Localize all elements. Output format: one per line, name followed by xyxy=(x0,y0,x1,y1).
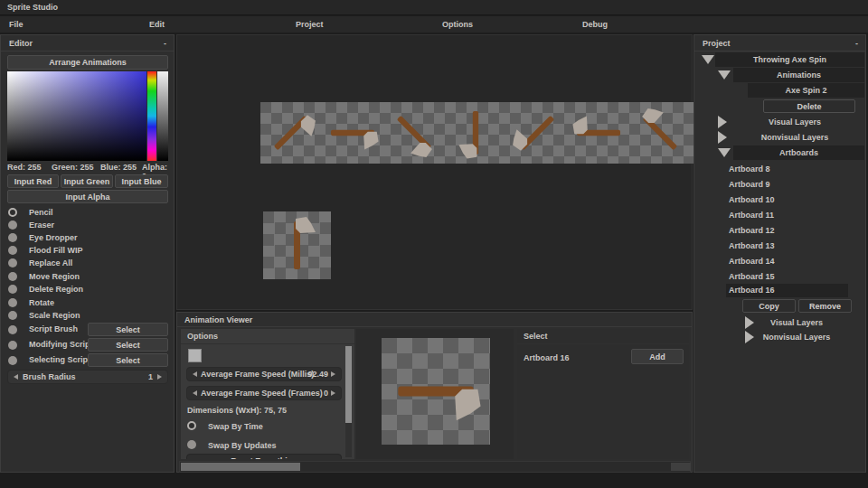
expand-triangle-icon[interactable] xyxy=(718,148,731,157)
axe-frame-1[interactable] xyxy=(260,102,322,164)
modifying-script-brush-select-button[interactable]: Select xyxy=(88,338,168,352)
menu-edit[interactable]: Edit xyxy=(149,16,165,33)
artboard-item-14[interactable]: Artboard 14 xyxy=(729,255,775,268)
nonvisual-layers-label[interactable]: Nonvisual Layers xyxy=(733,130,856,145)
tool-eraser[interactable]: Eraser xyxy=(8,220,166,230)
radio-icon[interactable] xyxy=(8,233,17,242)
axe-frame-3[interactable] xyxy=(383,102,445,164)
tool-selecting-script-brush[interactable]: Selecting Script Brush Select xyxy=(8,354,166,365)
tool-move-region[interactable]: Move Region xyxy=(8,271,166,282)
radio-icon[interactable] xyxy=(8,208,17,217)
axe-frame-4[interactable] xyxy=(445,102,506,164)
tree-node-root[interactable]: Throwing Axe Spin xyxy=(694,52,865,68)
radio-icon[interactable] xyxy=(187,440,196,449)
radio-icon[interactable] xyxy=(8,356,17,365)
tool-modifying-script-brush[interactable]: Modifying Script Brush Select xyxy=(8,339,166,350)
input-green-button[interactable]: Input Green xyxy=(61,174,113,188)
tree-node-artboards[interactable]: Artboards xyxy=(694,145,865,161)
radio-icon[interactable] xyxy=(8,311,17,320)
scrollbar-corner[interactable] xyxy=(671,463,691,471)
options-scrollbar-thumb[interactable] xyxy=(345,346,352,423)
tree-node-artboard-visual-layers[interactable]: Visual Layers xyxy=(694,315,865,330)
remove-artboard-button[interactable]: Remove xyxy=(798,299,852,313)
axe-frame-5[interactable] xyxy=(506,102,568,164)
tree-node-nonvisual-layers[interactable]: Nonvisual Layers xyxy=(694,130,865,145)
artboard-visual-layers-label[interactable]: Visual Layers xyxy=(750,315,843,330)
tool-scale-region[interactable]: Scale Region xyxy=(8,310,166,321)
artboard-item-13[interactable]: Artboard 13 xyxy=(729,239,775,253)
arrange-animations-button[interactable]: Arrange Animations xyxy=(7,55,168,70)
menu-debug[interactable]: Debug xyxy=(582,16,608,33)
copy-artboard-button[interactable]: Copy xyxy=(742,299,796,313)
artboards-label[interactable]: Artboards xyxy=(733,145,864,160)
animation-name-label[interactable]: Axe Spin 2 xyxy=(748,83,864,98)
swap-by-time-radio[interactable]: Swap By Time xyxy=(187,421,341,432)
increment-arrow-icon[interactable] xyxy=(157,374,162,380)
tree-root-label[interactable]: Throwing Axe Spin xyxy=(715,52,864,67)
tree-node-animations[interactable]: Animations xyxy=(694,68,865,83)
radio-icon[interactable] xyxy=(8,325,17,334)
frame-speed-millis-stepper[interactable]: Average Frame Speed (Millis) 92.49 xyxy=(186,367,342,381)
artboard-item-12[interactable]: Artboard 12 xyxy=(729,224,775,238)
collapsed-triangle-icon[interactable] xyxy=(718,116,727,128)
menu-options[interactable]: Options xyxy=(442,16,473,33)
swap-by-updates-radio[interactable]: Swap By Updates xyxy=(187,440,341,451)
input-red-button[interactable]: Input Red xyxy=(7,174,59,188)
reset-everything-button[interactable]: Reset Everything xyxy=(186,454,342,459)
script-brush-select-button[interactable]: Select xyxy=(88,323,168,336)
radio-icon[interactable] xyxy=(8,298,17,307)
artboard-item-8[interactable]: Artboard 8 xyxy=(729,163,770,176)
add-button[interactable]: Add xyxy=(631,349,684,364)
tool-flood-fill[interactable]: Flood Fill WIP xyxy=(8,245,166,256)
radio-icon[interactable] xyxy=(8,258,17,267)
expand-triangle-icon[interactable] xyxy=(718,70,731,80)
increment-arrow-icon[interactable] xyxy=(331,371,335,377)
tool-script-brush[interactable]: Script Brush Select xyxy=(8,324,166,334)
increment-arrow-icon[interactable] xyxy=(331,390,335,396)
tree-node-artboard-nonvisual-layers[interactable]: Nonvisual Layers xyxy=(694,330,865,344)
collapsed-triangle-icon[interactable] xyxy=(718,131,727,144)
menu-file[interactable]: File xyxy=(9,16,24,33)
radio-icon[interactable] xyxy=(8,341,17,350)
radio-icon[interactable] xyxy=(8,221,17,230)
menu-project[interactable]: Project xyxy=(296,16,324,33)
artboard-nonvisual-layers-label[interactable]: Nonvisual Layers xyxy=(750,330,843,344)
input-alpha-button[interactable]: Input Alpha xyxy=(7,190,168,203)
tool-pencil[interactable]: Pencil xyxy=(8,207,166,218)
axe-frame-6[interactable] xyxy=(568,102,629,164)
tree-node-animation-item[interactable]: Axe Spin 2 xyxy=(694,83,865,99)
tool-delete-region[interactable]: Delete Region xyxy=(8,284,166,295)
axe-frame-2[interactable] xyxy=(322,102,383,164)
tool-eye-dropper[interactable]: Eye Dropper xyxy=(8,232,166,243)
brush-radius-stepper[interactable]: Brush Radius 1 xyxy=(7,370,168,384)
visual-layers-label[interactable]: Visual Layers xyxy=(733,115,856,129)
options-scrollbar[interactable] xyxy=(345,346,352,457)
horizontal-scrollbar[interactable] xyxy=(179,461,691,473)
color-swatch[interactable] xyxy=(188,349,202,362)
frame-speed-frames-stepper[interactable]: Average Frame Speed (Frames) 0 xyxy=(186,386,342,400)
artboard-item-15[interactable]: Artboard 15 xyxy=(729,270,775,284)
radio-icon[interactable] xyxy=(8,272,17,281)
artboard-item-10[interactable]: Artboard 10 xyxy=(729,193,775,207)
artboard-item-11[interactable]: Artboard 11 xyxy=(729,209,774,222)
artboard-item-16-selected[interactable]: Artboard 16 xyxy=(726,284,848,297)
tool-replace-all[interactable]: Replace All xyxy=(8,258,166,268)
animations-label[interactable]: Animations xyxy=(733,68,864,82)
axe-frame-7[interactable] xyxy=(629,102,691,164)
color-alpha-slider[interactable] xyxy=(157,71,168,161)
editor-collapse-icon[interactable]: - xyxy=(164,35,166,52)
radio-icon[interactable] xyxy=(8,285,17,294)
radio-icon[interactable] xyxy=(8,246,17,255)
animation-strip[interactable] xyxy=(260,102,694,164)
decrement-arrow-icon[interactable] xyxy=(193,390,197,396)
input-blue-button[interactable]: Input Blue xyxy=(115,174,168,188)
horizontal-scrollbar-thumb[interactable] xyxy=(181,463,300,471)
tool-rotate[interactable]: Rotate xyxy=(8,297,166,308)
animation-preview[interactable] xyxy=(382,338,490,445)
selecting-script-brush-select-button[interactable]: Select xyxy=(88,353,168,367)
delete-animation-button[interactable]: Delete xyxy=(763,99,855,113)
tree-node-visual-layers[interactable]: Visual Layers xyxy=(694,115,865,129)
decrement-arrow-icon[interactable] xyxy=(193,371,197,377)
radio-icon[interactable] xyxy=(187,421,196,430)
decrement-arrow-icon[interactable] xyxy=(14,374,18,380)
